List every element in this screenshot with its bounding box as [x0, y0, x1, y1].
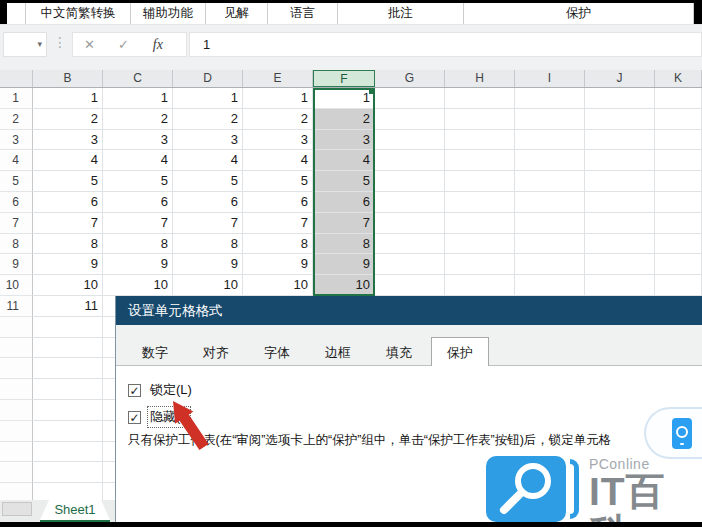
cell-E1[interactable]: 1 — [243, 88, 313, 109]
cell-E6[interactable]: 6 — [243, 192, 313, 213]
insert-function-icon[interactable]: fx — [153, 37, 163, 53]
dialog-tab-6[interactable]: 保护 — [431, 337, 489, 366]
cell-K9[interactable] — [655, 254, 702, 275]
cell-B5[interactable]: 5 — [33, 171, 103, 192]
cell-C1[interactable]: 1 — [103, 88, 173, 109]
cell-E9[interactable]: 9 — [243, 254, 313, 275]
cell-B3[interactable]: 3 — [33, 130, 103, 151]
cell-K2[interactable] — [655, 109, 702, 130]
cell-H4[interactable] — [445, 150, 515, 171]
cell-I2[interactable] — [515, 109, 585, 130]
cell-E2[interactable]: 2 — [243, 109, 313, 130]
cell-G2[interactable] — [375, 109, 445, 130]
cell-J5[interactable] — [585, 171, 655, 192]
cell-H6[interactable] — [445, 192, 515, 213]
cell-H1[interactable] — [445, 88, 515, 109]
formula-input[interactable]: 1 — [189, 32, 702, 57]
name-box[interactable]: ▾ — [3, 32, 47, 57]
cell-J7[interactable] — [585, 213, 655, 234]
cell-C9[interactable]: 9 — [103, 254, 173, 275]
cell-H2[interactable] — [445, 109, 515, 130]
cell-K7[interactable] — [655, 213, 702, 234]
row-header-11[interactable]: 11 — [0, 296, 33, 317]
row-header-20[interactable] — [0, 483, 33, 500]
cell-K6[interactable] — [655, 192, 702, 213]
ribbon-group-3[interactable]: 见解 — [205, 3, 267, 24]
cell-H8[interactable] — [445, 234, 515, 255]
cell-G10[interactable] — [375, 275, 445, 296]
hidden-checkbox[interactable]: ✓ — [128, 411, 141, 424]
row-header-14[interactable] — [0, 358, 33, 379]
floating-widget-bubble[interactable] — [644, 407, 702, 459]
cell-F1[interactable]: 1 — [313, 88, 375, 109]
row-header-15[interactable] — [0, 379, 33, 400]
cell-F3[interactable]: 3 — [313, 130, 375, 151]
cell-B14[interactable] — [33, 358, 103, 379]
row-header-7[interactable]: 7 — [0, 213, 33, 234]
cell-F7[interactable]: 7 — [313, 213, 375, 234]
cell-C4[interactable]: 4 — [103, 150, 173, 171]
ribbon-group-5[interactable]: 批注 — [337, 3, 463, 24]
cell-I5[interactable] — [515, 171, 585, 192]
cell-H7[interactable] — [445, 213, 515, 234]
dialog-tab-4[interactable]: 边框 — [309, 340, 367, 365]
column-header-D[interactable]: D — [173, 70, 243, 87]
row-header-18[interactable] — [0, 442, 33, 463]
cell-D6[interactable]: 6 — [173, 192, 243, 213]
row-header-13[interactable] — [0, 338, 33, 359]
row-header-10[interactable]: 10 — [0, 275, 33, 296]
cell-B6[interactable]: 6 — [33, 192, 103, 213]
cell-H5[interactable] — [445, 171, 515, 192]
cell-J4[interactable] — [585, 150, 655, 171]
row-header-17[interactable] — [0, 421, 33, 442]
ribbon-group-6[interactable]: 保护 — [463, 3, 693, 24]
cell-K4[interactable] — [655, 150, 702, 171]
cell-B15[interactable] — [33, 379, 103, 400]
sheet-tab-sheet1[interactable]: Sheet1 — [40, 500, 110, 520]
cell-B10[interactable]: 10 — [33, 275, 103, 296]
ribbon-group-2[interactable]: 辅助功能 — [130, 3, 205, 24]
cell-D7[interactable]: 7 — [173, 213, 243, 234]
column-header-B[interactable]: B — [33, 70, 103, 87]
row-header-1[interactable]: 1 — [0, 88, 33, 109]
cell-B20[interactable] — [33, 483, 103, 500]
cell-B7[interactable]: 7 — [33, 213, 103, 234]
cancel-icon[interactable]: ✕ — [84, 37, 95, 52]
row-header-4[interactable]: 4 — [0, 150, 33, 171]
cell-B18[interactable] — [33, 442, 103, 463]
column-header-F[interactable]: F — [313, 70, 375, 87]
cell-H10[interactable] — [445, 275, 515, 296]
column-header-J[interactable]: J — [585, 70, 655, 87]
cell-D2[interactable]: 2 — [173, 109, 243, 130]
ribbon-group-1[interactable]: 中文简繁转换 — [25, 3, 130, 24]
cell-D4[interactable]: 4 — [173, 150, 243, 171]
cell-I4[interactable] — [515, 150, 585, 171]
cell-E7[interactable]: 7 — [243, 213, 313, 234]
row-header-19[interactable] — [0, 462, 33, 483]
cell-G7[interactable] — [375, 213, 445, 234]
cell-H3[interactable] — [445, 130, 515, 151]
cell-J10[interactable] — [585, 275, 655, 296]
cell-K10[interactable] — [655, 275, 702, 296]
cell-C3[interactable]: 3 — [103, 130, 173, 151]
cell-B19[interactable] — [33, 462, 103, 483]
column-header-E[interactable]: E — [243, 70, 313, 87]
enter-icon[interactable]: ✓ — [118, 37, 129, 52]
cell-B1[interactable]: 1 — [33, 88, 103, 109]
cell-J8[interactable] — [585, 234, 655, 255]
cell-D8[interactable]: 8 — [173, 234, 243, 255]
cell-G3[interactable] — [375, 130, 445, 151]
cell-C10[interactable]: 10 — [103, 275, 173, 296]
cell-C7[interactable]: 7 — [103, 213, 173, 234]
cell-H9[interactable] — [445, 254, 515, 275]
cell-K8[interactable] — [655, 234, 702, 255]
cell-E8[interactable]: 8 — [243, 234, 313, 255]
row-header-5[interactable]: 5 — [0, 171, 33, 192]
cell-D1[interactable]: 1 — [173, 88, 243, 109]
cell-B17[interactable] — [33, 421, 103, 442]
cell-F6[interactable]: 6 — [313, 192, 375, 213]
cell-B8[interactable]: 8 — [33, 234, 103, 255]
cell-G4[interactable] — [375, 150, 445, 171]
cell-I10[interactable] — [515, 275, 585, 296]
column-header-H[interactable]: H — [445, 70, 515, 87]
